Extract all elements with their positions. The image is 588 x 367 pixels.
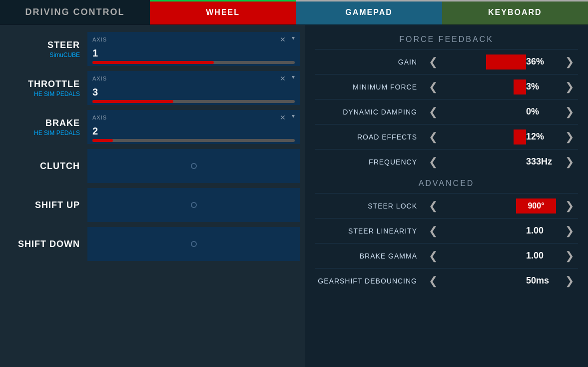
control-row-brake: BRAKEHE SIM PEDALSAXIS✕▾2 [0,108,305,146]
control-row-throttle: THROTTLEHE SIM PEDALSAXIS✕▾3 [0,69,305,107]
axis-x-btn-throttle[interactable]: ✕ [278,74,288,84]
tab-keyboard[interactable]: KEYBOARD [442,0,588,24]
ff-row-gain: GAIN❮36%❯ [315,49,578,74]
axis-down-btn-throttle[interactable]: ▾ [292,74,295,84]
empty-circle-shift-up [191,202,197,208]
value-box-road-effects: 12% [442,130,561,144]
label-brake: BRAKEHE SIM PEDALS [5,118,87,136]
label-clutch: CLUTCH [5,161,87,172]
left-arrow-gearshift-debouncing[interactable]: ❮ [425,274,442,288]
label-throttle: THROTTLEHE SIM PEDALS [5,79,87,98]
left-arrow-road-effects[interactable]: ❮ [425,130,442,144]
advanced-title: ADVANCED [315,179,578,188]
ff-value-dynamic-damping: 0% [526,106,556,117]
label-shift-down: SHIFT DOWN [5,239,87,250]
value-box-gain: 36% [442,54,561,70]
ff-row-dynamic-damping: DYNAMIC DAMPING❮0%❯ [315,99,578,124]
ff-row-steer-linearity: STEER LINEARITY❮1.00❯ [315,218,578,243]
ff-value-frequency: 333Hz [526,156,556,167]
control-row-clutch: CLUTCH [0,147,305,185]
axis-number-throttle: 3 [92,86,295,98]
left-arrow-gain[interactable]: ❮ [425,56,442,68]
right-arrow-steer-lock[interactable]: ❯ [561,200,578,212]
bar-fill-gain [486,54,526,70]
right-arrow-brake-gamma[interactable]: ❯ [561,250,578,262]
ff-label-frequency: FREQUENCY [315,158,425,166]
ff-rows: GAIN❮36%❯MINIMUM FORCE❮3%❯DYNAMIC DAMPIN… [315,49,578,174]
empty-box-shift-up[interactable] [87,188,300,222]
empty-circle-clutch [191,163,197,169]
axis-x-btn-steer[interactable]: ✕ [278,34,288,44]
left-arrow-steer-lock[interactable]: ❮ [425,200,442,212]
steer-lock-value: 900° [528,202,544,210]
label-main-brake: BRAKE [5,118,80,128]
ff-value-gain: 36% [526,56,556,67]
empty-box-shift-down[interactable] [87,227,300,261]
right-arrow-dynamic-damping[interactable]: ❯ [561,106,578,118]
ff-label-road-effects: ROAD EFFECTS [315,133,425,141]
value-box-frequency: 333Hz [442,156,561,167]
tab-gamepad[interactable]: GAMEPAD [296,0,442,24]
ff-row-minimum-force: MINIMUM FORCE❮3%❯ [315,74,578,99]
advanced-rows: STEER LOCK❮900°❯STEER LINEARITY❮1.00❯BRA… [315,193,578,293]
axis-number-steer: 1 [92,48,295,59]
bar-fill-minimum-force [514,80,526,94]
axis-down-btn-steer[interactable]: ▾ [292,34,295,44]
driving-control-title: DRIVING CONTROL [0,7,150,18]
control-row-shift-down: SHIFT DOWN [0,225,305,263]
value-box-steer-linearity: 1.00 [442,226,561,236]
ff-label-steer-lock: STEER LOCK [315,202,425,210]
empty-box-clutch[interactable] [87,149,300,183]
left-arrow-brake-gamma[interactable]: ❮ [425,250,442,262]
label-main-clutch: CLUTCH [5,161,80,172]
axis-slider-brake [92,139,295,142]
value-box-brake-gamma: 1.00 [442,250,561,261]
control-row-steer: STEERSimuCUBEAXIS✕▾1 [0,30,305,68]
ff-value-gearshift-debouncing: 50ms [526,276,556,286]
label-main-steer: STEER [5,40,80,50]
ff-label-minimum-force: MINIMUM FORCE [315,83,425,91]
right-arrow-gain[interactable]: ❯ [561,56,578,68]
axis-label-throttle: AXIS [92,76,107,82]
axis-slider-steer [92,61,295,64]
label-shift-up: SHIFT UP [5,200,87,210]
right-arrow-road-effects[interactable]: ❯ [561,130,578,144]
tab-wheel[interactable]: WHEEL [150,0,296,24]
top-bar: DRIVING CONTROL WHEEL GAMEPAD KEYBOARD [0,0,588,25]
ff-value-brake-gamma: 1.00 [526,250,556,261]
main-content: STEERSimuCUBEAXIS✕▾1THROTTLEHE SIM PEDAL… [0,25,588,367]
left-arrow-steer-linearity[interactable]: ❮ [425,224,442,238]
ff-value-minimum-force: 3% [526,82,556,92]
ff-label-steer-linearity: STEER LINEARITY [315,227,425,235]
value-box-gearshift-debouncing: 50ms [442,276,561,286]
axis-down-btn-brake[interactable]: ▾ [292,112,295,122]
ff-row-gearshift-debouncing: GEARSHIFT DEBOUNCING❮50ms❯ [315,268,578,293]
axis-label-steer: AXIS [92,36,107,42]
label-main-shift-down: SHIFT DOWN [5,239,80,250]
right-arrow-steer-linearity[interactable]: ❯ [561,224,578,238]
label-steer: STEERSimuCUBE [5,40,87,58]
label-sub-brake: HE SIM PEDALS [5,130,80,136]
axis-x-btn-brake[interactable]: ✕ [278,112,288,122]
left-arrow-frequency[interactable]: ❮ [425,156,442,168]
ff-row-road-effects: ROAD EFFECTS❮12%❯ [315,124,578,149]
value-box-steer-lock: 900° [442,198,561,214]
right-panel: FORCE FEEDBACK GAIN❮36%❯MINIMUM FORCE❮3%… [305,25,588,367]
ff-label-gain: GAIN [315,58,425,66]
value-box-minimum-force: 3% [442,80,561,94]
ff-row-steer-lock: STEER LOCK❮900°❯ [315,193,578,218]
ff-label-gearshift-debouncing: GEARSHIFT DEBOUNCING [315,277,425,285]
right-arrow-minimum-force[interactable]: ❯ [561,80,578,94]
ff-value-steer-linearity: 1.00 [526,226,556,236]
right-arrow-gearshift-debouncing[interactable]: ❯ [561,274,578,288]
ff-label-brake-gamma: BRAKE GAMMA [315,252,425,260]
right-arrow-frequency[interactable]: ❯ [561,156,578,168]
bar-fill-road-effects [514,130,526,144]
ff-label-dynamic-damping: DYNAMIC DAMPING [315,108,425,116]
left-arrow-minimum-force[interactable]: ❮ [425,80,442,94]
left-arrow-dynamic-damping[interactable]: ❮ [425,106,442,118]
ff-row-frequency: FREQUENCY❮333Hz❯ [315,149,578,174]
axis-box-brake: AXIS✕▾2 [87,110,300,144]
ff-row-brake-gamma: BRAKE GAMMA❮1.00❯ [315,243,578,268]
force-feedback-title: FORCE FEEDBACK [315,35,578,44]
